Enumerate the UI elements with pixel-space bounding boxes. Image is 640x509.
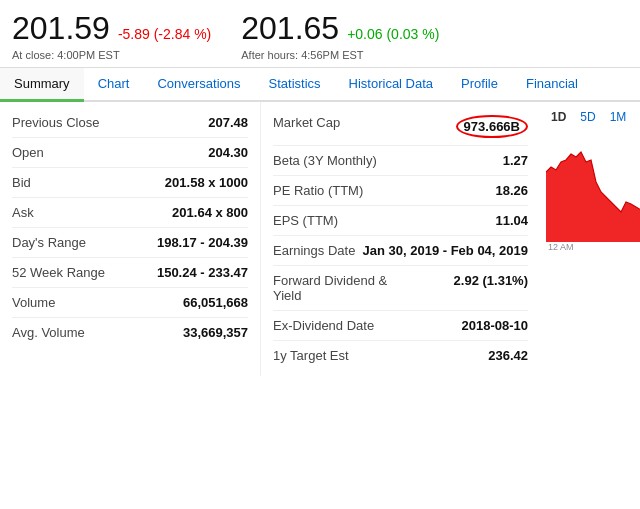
value-ask: 201.64 x 800 xyxy=(172,205,248,220)
chart-btn-1m[interactable]: 1M xyxy=(605,108,632,126)
tab-statistics[interactable]: Statistics xyxy=(255,68,335,102)
label-ask: Ask xyxy=(12,205,34,220)
chart-btn-1d[interactable]: 1D xyxy=(546,108,571,126)
after-hours-price: 201.65 xyxy=(241,10,339,47)
price-change-positive: +0.06 (0.03 %) xyxy=(347,26,439,42)
label-previous-close: Previous Close xyxy=(12,115,99,130)
row-52-week-range: 52 Week Range 150.24 - 233.47 xyxy=(12,258,248,288)
value-avg-volume: 33,669,357 xyxy=(183,325,248,340)
label-52-week-range: 52 Week Range xyxy=(12,265,105,280)
row-volume: Volume 66,051,668 xyxy=(12,288,248,318)
price-change-negative: -5.89 (-2.84 %) xyxy=(118,26,211,42)
label-open: Open xyxy=(12,145,44,160)
label-eps: EPS (TTM) xyxy=(273,213,338,228)
value-earnings-date: Jan 30, 2019 - Feb 04, 2019 xyxy=(363,243,529,258)
label-days-range: Day's Range xyxy=(12,235,86,250)
row-avg-volume: Avg. Volume 33,669,357 xyxy=(12,318,248,347)
label-pe-ratio: PE Ratio (TTM) xyxy=(273,183,363,198)
row-beta: Beta (3Y Monthly) 1.27 xyxy=(273,146,528,176)
label-ex-dividend: Ex-Dividend Date xyxy=(273,318,374,333)
chart-controls: 1D 5D 1M xyxy=(546,108,640,126)
row-previous-close: Previous Close 207.48 xyxy=(12,108,248,138)
value-volume: 66,051,668 xyxy=(183,295,248,310)
label-volume: Volume xyxy=(12,295,55,310)
chart-svg: 12 AM xyxy=(546,132,640,252)
close-label: At close: 4:00PM EST xyxy=(12,49,211,61)
label-forward-dividend: Forward Dividend & Yield xyxy=(273,273,413,303)
row-market-cap: Market Cap 973.666B xyxy=(273,108,528,146)
value-1y-target: 236.42 xyxy=(488,348,528,363)
label-market-cap: Market Cap xyxy=(273,115,340,130)
row-bid: Bid 201.58 x 1000 xyxy=(12,168,248,198)
tab-conversations[interactable]: Conversations xyxy=(143,68,254,102)
value-pe-ratio: 18.26 xyxy=(495,183,528,198)
tab-historical-data[interactable]: Historical Data xyxy=(335,68,448,102)
label-bid: Bid xyxy=(12,175,31,190)
chart-time-label: 12 AM xyxy=(548,242,574,252)
value-beta: 1.27 xyxy=(503,153,528,168)
label-avg-volume: Avg. Volume xyxy=(12,325,85,340)
value-previous-close: 207.48 xyxy=(208,115,248,130)
chart-panel: 1D 5D 1M 12 AM xyxy=(540,102,640,376)
row-pe-ratio: PE Ratio (TTM) 18.26 xyxy=(273,176,528,206)
row-days-range: Day's Range 198.17 - 204.39 xyxy=(12,228,248,258)
main-content: Previous Close 207.48 Open 204.30 Bid 20… xyxy=(0,102,640,376)
mini-chart: 12 AM xyxy=(546,132,640,252)
row-1y-target: 1y Target Est 236.42 xyxy=(273,341,528,370)
tab-financial[interactable]: Financial xyxy=(512,68,592,102)
chart-btn-5d[interactable]: 5D xyxy=(575,108,600,126)
left-data-panel: Previous Close 207.48 Open 204.30 Bid 20… xyxy=(0,102,260,376)
value-bid: 201.58 x 1000 xyxy=(165,175,248,190)
value-eps: 11.04 xyxy=(495,213,528,228)
row-forward-dividend: Forward Dividend & Yield 2.92 (1.31%) xyxy=(273,266,528,311)
label-1y-target: 1y Target Est xyxy=(273,348,349,363)
value-open: 204.30 xyxy=(208,145,248,160)
label-beta: Beta (3Y Monthly) xyxy=(273,153,377,168)
row-ex-dividend: Ex-Dividend Date 2018-08-10 xyxy=(273,311,528,341)
after-hours-label: After hours: 4:56PM EST xyxy=(241,49,439,61)
main-price: 201.59 xyxy=(12,10,110,47)
tab-chart[interactable]: Chart xyxy=(84,68,144,102)
value-market-cap: 973.666B xyxy=(456,115,528,138)
tab-bar: Summary Chart Conversations Statistics H… xyxy=(0,68,640,102)
row-open: Open 204.30 xyxy=(12,138,248,168)
stock-header: 201.59 -5.89 (-2.84 %) At close: 4:00PM … xyxy=(0,0,640,68)
right-data-panel: Market Cap 973.666B Beta (3Y Monthly) 1.… xyxy=(260,102,540,376)
value-days-range: 198.17 - 204.39 xyxy=(157,235,248,250)
tab-profile[interactable]: Profile xyxy=(447,68,512,102)
row-earnings-date: Earnings Date Jan 30, 2019 - Feb 04, 201… xyxy=(273,236,528,266)
label-earnings-date: Earnings Date xyxy=(273,243,355,258)
row-ask: Ask 201.64 x 800 xyxy=(12,198,248,228)
tab-summary[interactable]: Summary xyxy=(0,68,84,102)
value-52-week-range: 150.24 - 233.47 xyxy=(157,265,248,280)
value-forward-dividend: 2.92 (1.31%) xyxy=(454,273,528,288)
svg-marker-1 xyxy=(546,152,640,242)
row-eps: EPS (TTM) 11.04 xyxy=(273,206,528,236)
value-ex-dividend: 2018-08-10 xyxy=(462,318,529,333)
